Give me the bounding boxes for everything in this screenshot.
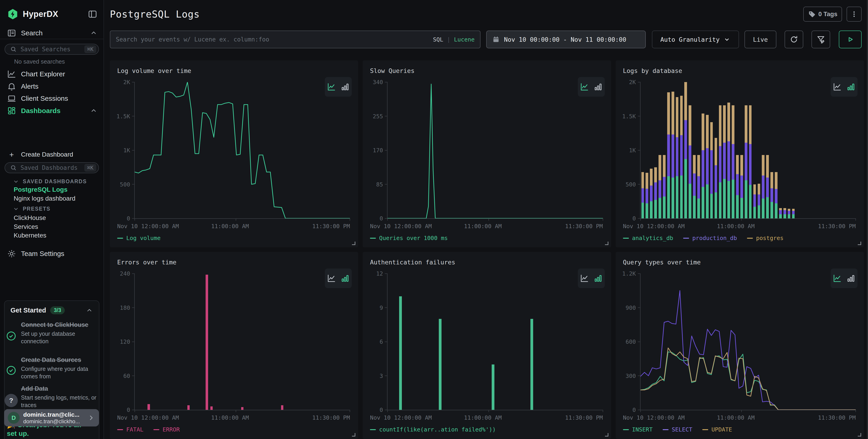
chart-plot[interactable]: 240180120600 [134,274,350,410]
line-chart-toggle-icon[interactable] [580,82,589,91]
date-range-picker[interactable]: Nov 10 00:00:00 - Nov 11 00:00:00 [486,31,646,48]
line-chart-toggle-icon[interactable] [327,274,336,283]
resize-handle[interactable] [858,433,861,437]
sidebar-link-clickhouse[interactable]: ClickHouse [14,214,46,222]
sql-mode-toggle[interactable]: SQL [433,36,443,43]
chart-title: Query types over time [623,259,701,266]
bar-chart-toggle-icon[interactable] [341,82,350,91]
filter-button[interactable] [811,31,830,48]
saved-dashboards-input[interactable]: Saved Dashboards ⌘K [5,162,99,173]
tags-label: 0 Tags [818,11,837,18]
sidebar-link-postgresql-logs[interactable]: PostgreSQL Logs [14,186,67,193]
get-started-item-add-data[interactable]: Add Data Start sending logs, metrics, or… [6,385,99,409]
live-button[interactable]: Live [744,31,776,48]
scrollbar-track[interactable] [867,0,868,439]
x-axis-tick-label: 11:30:00 PM [312,414,350,421]
dashboards-grid-icon [7,106,17,116]
search-placeholder: Search your events w/ Lucene ex. column:… [116,36,429,43]
x-axis-tick-label: 11:30:00 PM [565,223,603,229]
help-button[interactable]: ? [5,394,18,407]
search-section-icon [7,28,17,38]
sidebar-item-dashboards[interactable]: Dashboards [0,105,103,116]
sidebar-item-alerts[interactable]: Alerts [0,81,103,92]
refresh-button[interactable] [784,31,803,48]
chevron-up-icon[interactable] [90,29,98,37]
magnifier-icon [9,164,17,171]
chart-legend: INSERTSELECTUPDATE [623,426,732,433]
x-axis-tick-label: 11:00:00 AM [464,223,502,229]
x-axis-tick [640,410,641,412]
sidebar-item-chart-explorer[interactable]: Chart Explorer [0,69,103,79]
sidebar-item-label: Alerts [21,83,98,90]
collapse-sidebar-icon[interactable] [88,9,98,19]
get-started-item-connect[interactable]: Connect to ClickHouse Set up your databa… [6,321,99,345]
saved-dashboards-header[interactable]: SAVED DASHBOARDS [13,178,87,185]
chart-plot[interactable]: 1.2K9006003000 [640,274,856,410]
legend-label: SELECT [672,426,692,433]
granularity-value: Auto Granularity [660,36,720,43]
line-chart-toggle-icon[interactable] [327,82,336,91]
line-chart-toggle-icon[interactable] [833,274,842,283]
saved-searches-input[interactable]: Saved Searches ⌘K [5,44,99,55]
sidebar-item-client-sessions[interactable]: Client Sessions [0,93,103,104]
resize-handle[interactable] [605,433,609,437]
main-content: PostgreSQL Logs 0 Tags Search your event… [104,0,868,439]
y-axis-tick-label: 1K [629,147,641,154]
create-dashboard-button[interactable]: + Create Dashboard [0,149,103,160]
chart-plot[interactable]: 340255170850 [387,82,603,219]
legend-label: production_db [692,235,737,241]
chevron-down-icon [723,36,731,43]
bar-chart-toggle-icon[interactable] [846,82,856,91]
resize-handle[interactable] [352,242,355,245]
legend-item: INSERT [623,426,653,433]
sidebar-item-team-settings[interactable]: Team Settings [0,248,103,259]
x-axis-tick-label: 11:00:00 AM [464,414,502,421]
resize-handle[interactable] [352,433,355,437]
get-started-item-sources[interactable]: Create Data Sources Configure where your… [6,356,99,380]
bar-chart-toggle-icon[interactable] [594,274,603,283]
bar-chart-toggle-icon[interactable] [341,274,350,283]
sidebar-divider [0,39,103,39]
lucene-mode-toggle[interactable]: Lucene [454,36,474,43]
tag-icon [808,10,815,18]
legend-item: FATAL [117,426,144,433]
bell-icon [7,82,17,91]
chevron-up-icon[interactable] [86,307,93,314]
y-axis-tick-label: 1K [123,147,135,154]
chevron-up-icon[interactable] [90,107,98,115]
line-chart-toggle-icon[interactable] [833,82,842,91]
legend-label: Log volume [126,235,161,241]
charts-grid: Log volume over time2K1.5K1K5000Nov 10 1… [110,60,864,439]
run-query-button[interactable] [839,31,862,48]
legend-label: countIf(like(arr..ation failed%')) [379,426,496,433]
x-axis-tick [387,410,388,412]
user-menu[interactable]: D dominic.tran@clic... dominic.tran@clic… [4,409,99,427]
y-axis-tick-label: 0 [127,215,135,222]
resize-handle[interactable] [858,242,861,245]
tags-button[interactable]: 0 Tags [803,7,842,22]
chart-plot[interactable]: 129630 [387,274,603,410]
sidebar-link-nginx-dashboard[interactable]: Nginx logs dashboard [14,195,75,202]
sidebar-item-search[interactable]: Search [0,28,103,38]
chart-type-toggle [325,269,352,288]
event-search-input[interactable]: Search your events w/ Lucene ex. column:… [110,31,480,48]
y-axis-tick-label: 1.5K [622,113,640,120]
resize-handle[interactable] [605,242,609,245]
sidebar-link-services[interactable]: Services [14,223,38,230]
sidebar-link-kubernetes[interactable]: Kubernetes [14,232,46,239]
calendar-icon [492,36,500,43]
x-axis-labels: Nov 10 12:00:00 AM11:00:00 AM11:30:00 PM [623,414,856,422]
bar-chart-toggle-icon[interactable] [594,82,603,91]
chart-plot[interactable]: 2K1.5K1K5000 [640,82,856,219]
x-axis-labels: Nov 10 12:00:00 AM11:00:00 AM11:30:00 PM [623,223,856,231]
x-axis-tick [640,218,641,221]
presets-header[interactable]: PRESETS [13,206,51,212]
granularity-select[interactable]: Auto Granularity [652,31,739,48]
chart-plot[interactable]: 2K1.5K1K5000 [134,82,350,219]
line-chart-toggle-icon[interactable] [580,274,589,283]
x-axis-tick [236,218,236,221]
dashboard-menu-button[interactable] [846,7,862,22]
x-axis-tick [856,218,856,221]
legend-item: analytics_db [623,235,673,241]
bar-chart-toggle-icon[interactable] [846,274,856,283]
